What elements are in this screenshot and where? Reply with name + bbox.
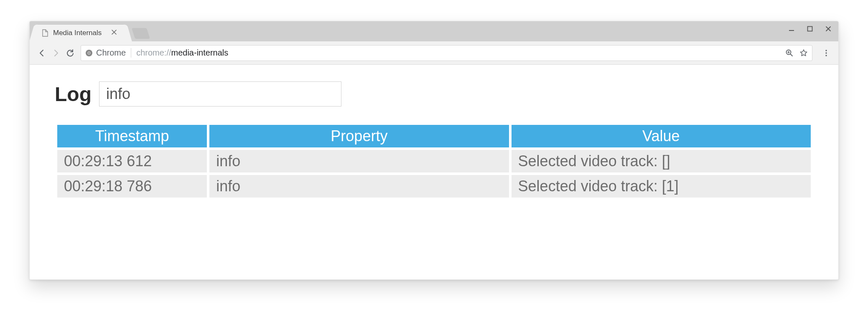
table-row: 00:29:13 612 info Selected video track: … [57, 150, 811, 172]
chrome-icon [85, 49, 93, 57]
cell-timestamp: 00:29:18 786 [57, 175, 207, 198]
site-chip: Chrome [85, 48, 131, 58]
svg-point-3 [88, 52, 90, 53]
site-chip-label: Chrome [96, 48, 126, 58]
close-window-button[interactable] [822, 24, 834, 34]
window-controls [786, 24, 834, 34]
minimize-button[interactable] [786, 24, 797, 34]
reload-button[interactable] [63, 46, 77, 60]
table-header-row: Timestamp Property Value [57, 125, 811, 147]
url-scheme: chrome:// [136, 48, 171, 58]
file-icon [41, 29, 49, 37]
tab-label: Media Internals [53, 29, 102, 37]
col-value: Value [512, 125, 811, 147]
zoom-icon[interactable] [785, 49, 794, 57]
new-tab-button[interactable] [132, 28, 150, 39]
cell-property: info [209, 175, 509, 198]
menu-button[interactable] [819, 46, 833, 60]
table-row: 00:29:18 786 info Selected video track: … [57, 175, 811, 198]
browser-toolbar: Chrome chrome://media-internals [30, 41, 838, 65]
col-timestamp: Timestamp [57, 125, 207, 147]
svg-point-7 [825, 55, 827, 56]
tab-strip: Media Internals [30, 21, 838, 41]
maximize-button[interactable] [804, 24, 816, 34]
col-property: Property [209, 125, 509, 147]
cell-value: Selected video track: [1] [512, 175, 811, 198]
close-tab-button[interactable] [112, 30, 118, 36]
svg-point-6 [825, 52, 827, 53]
forward-button[interactable] [49, 46, 63, 60]
cell-property: info [209, 150, 509, 172]
svg-rect-0 [808, 27, 812, 31]
bookmark-star-icon[interactable] [799, 49, 808, 57]
url-path: media-internals [171, 48, 229, 58]
log-table: Timestamp Property Value 00:29:13 612 in… [55, 122, 813, 200]
cell-timestamp: 00:29:13 612 [57, 150, 207, 172]
cell-value: Selected video track: [] [512, 150, 811, 172]
address-bar[interactable]: Chrome chrome://media-internals [81, 45, 812, 61]
log-header: Log [55, 81, 813, 107]
back-button[interactable] [35, 46, 49, 60]
page-content: Log Timestamp Property Value 00:29:13 61… [30, 65, 838, 279]
svg-point-5 [825, 50, 827, 51]
tab-media-internals[interactable]: Media Internals [36, 25, 126, 41]
log-heading: Log [55, 83, 92, 106]
browser-window: Media Internals [29, 21, 839, 280]
log-filter-input[interactable] [99, 81, 341, 107]
